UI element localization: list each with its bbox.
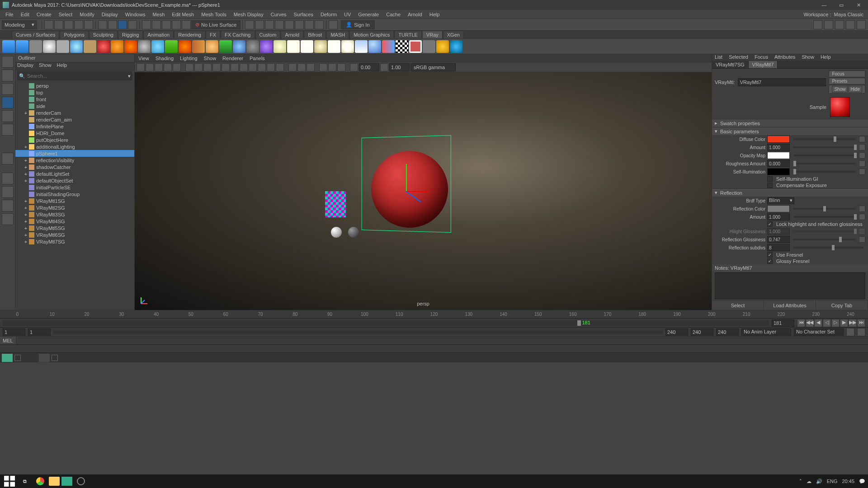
menu-edit-mesh[interactable]: Edit Mesh: [168, 12, 198, 17]
no-live-surface[interactable]: ⊘No Live Surface: [191, 20, 241, 29]
map-button[interactable]: [859, 160, 865, 167]
refl-amount-input[interactable]: [767, 213, 790, 221]
cg-icon[interactable]: [245, 20, 254, 29]
show-button[interactable]: Show: [832, 86, 848, 93]
pause-icon[interactable]: [315, 20, 324, 29]
load-attributes-button[interactable]: Load Attributes: [764, 300, 816, 310]
exposure-input[interactable]: [359, 63, 379, 71]
layout-two-side[interactable]: [2, 200, 14, 211]
outliner-node[interactable]: +VRayMtl3SG: [15, 211, 134, 218]
vp-menu-show[interactable]: Show: [204, 56, 217, 61]
cg2-icon[interactable]: [255, 20, 264, 29]
expand-icon[interactable]: +: [24, 110, 28, 116]
outliner-menu-help[interactable]: Help: [57, 62, 67, 70]
notes-textarea[interactable]: [715, 272, 865, 299]
shelf-tab[interactable]: Sculpting: [89, 31, 118, 38]
opacity-swatch[interactable]: [767, 152, 790, 159]
sub-input[interactable]: [767, 244, 790, 251]
close-button[interactable]: ✕: [852, 2, 865, 8]
outliner-node[interactable]: +VRayMtl4SG: [15, 218, 134, 225]
gamma-input[interactable]: [389, 63, 410, 71]
ae-tab[interactable]: VRayMtl7SG: [712, 61, 749, 68]
vp-gate-icon[interactable]: [319, 63, 327, 71]
expand-icon[interactable]: +: [24, 212, 28, 217]
close-tab-icon[interactable]: [52, 355, 58, 361]
shelf-vray-icon[interactable]: [233, 40, 245, 53]
map-button[interactable]: [859, 144, 865, 150]
menu-cache[interactable]: Cache: [382, 12, 404, 17]
shelf-tab[interactable]: XGen: [443, 31, 464, 38]
shelf-vray-icon[interactable]: [111, 40, 123, 53]
map-button[interactable]: [859, 236, 865, 243]
menu-mesh[interactable]: Mesh: [149, 12, 168, 17]
shelf-vray-icon[interactable]: [70, 40, 83, 53]
tray-up-icon[interactable]: ˄: [799, 479, 802, 484]
paint-select-tool[interactable]: [2, 83, 14, 95]
tray-cloud-icon[interactable]: ☁: [807, 479, 811, 484]
layout5-icon[interactable]: [857, 20, 866, 29]
new-scene-icon[interactable]: [44, 20, 53, 29]
outliner-node[interactable]: +VRayMtl7SG: [15, 238, 134, 245]
time-ruler[interactable]: 0102030405060708090100110120130140150160…: [0, 310, 868, 318]
layout-four[interactable]: [2, 186, 14, 198]
layout3-icon[interactable]: [835, 20, 844, 29]
menu-surfaces[interactable]: Surfaces: [290, 12, 317, 17]
shelf-vray-icon[interactable]: [16, 40, 28, 53]
outliner-node[interactable]: initialShadingGroup: [15, 191, 134, 197]
expand-icon[interactable]: +: [24, 144, 28, 150]
shelf-vray-icon[interactable]: [314, 40, 327, 53]
range-end3-input[interactable]: [716, 328, 739, 336]
rotate-tool[interactable]: [2, 110, 14, 122]
menu-help[interactable]: Help: [426, 12, 443, 17]
snap-mag-icon[interactable]: [152, 20, 161, 29]
key-icon[interactable]: [846, 328, 854, 336]
outliner-node[interactable]: HDRI_Dome: [15, 130, 134, 136]
make-live-icon[interactable]: [182, 20, 191, 29]
refl-color-slider[interactable]: [793, 208, 855, 210]
shelf-vray-icon[interactable]: [382, 40, 395, 53]
menu-select[interactable]: Select: [55, 12, 76, 17]
fresnel-checkbox[interactable]: [767, 252, 773, 258]
cur-frame-input[interactable]: [772, 319, 794, 327]
outliner-node[interactable]: +VRayMtl2SG: [15, 204, 134, 211]
symmetry-icon[interactable]: [142, 20, 151, 29]
vp-menu-view[interactable]: View: [138, 56, 149, 61]
cg4-icon[interactable]: [275, 20, 284, 29]
render-icon[interactable]: [329, 20, 338, 29]
maya-icon[interactable]: [61, 477, 72, 486]
open-scene-icon[interactable]: [54, 20, 63, 29]
shelf-tab[interactable]: FX Caching: [221, 31, 255, 38]
snap-live-icon[interactable]: [172, 20, 181, 29]
ae-menu-attributes[interactable]: Attributes: [774, 54, 795, 61]
select-button[interactable]: Select: [712, 300, 764, 310]
ae-tab-active[interactable]: VRayMtl7: [749, 61, 778, 68]
shelf-vray-icon[interactable]: [328, 40, 340, 53]
vp-menu-shading[interactable]: Shading: [156, 56, 174, 61]
shelf-tab[interactable]: Arnold: [281, 31, 303, 38]
redo-icon[interactable]: [84, 20, 93, 29]
step-fwd-button[interactable]: ▶▶: [849, 319, 857, 327]
expand-icon[interactable]: +: [24, 198, 28, 204]
cg3-icon[interactable]: [265, 20, 274, 29]
shelf-vray-icon[interactable]: [436, 40, 449, 53]
shelf-vray-icon[interactable]: [246, 40, 259, 53]
map-button[interactable]: [859, 169, 865, 175]
outliner-node[interactable]: pSphere1: [15, 150, 134, 157]
comp-exp-checkbox[interactable]: [767, 183, 773, 188]
rough-input[interactable]: [767, 160, 790, 167]
expand-icon[interactable]: +: [24, 205, 28, 211]
outliner-node[interactable]: +reflectionVisibility: [15, 157, 134, 164]
shelf-vray-icon[interactable]: [206, 40, 218, 53]
vp-smooth-icon[interactable]: [203, 63, 212, 71]
command-input[interactable]: [16, 338, 868, 343]
layout-single[interactable]: [2, 173, 14, 184]
anim-layer-select[interactable]: No Anim Layer: [741, 328, 791, 336]
shelf-vray-icon[interactable]: [219, 40, 232, 53]
rgl-slider[interactable]: [793, 239, 855, 240]
outliner-node[interactable]: persp: [15, 82, 134, 89]
shelf-tab[interactable]: Polygons: [60, 31, 88, 38]
expand-icon[interactable]: +: [24, 225, 28, 231]
ae-menu-list[interactable]: List: [715, 54, 722, 61]
vp-wire-icon[interactable]: [194, 63, 203, 71]
rgl-input[interactable]: [767, 236, 790, 243]
